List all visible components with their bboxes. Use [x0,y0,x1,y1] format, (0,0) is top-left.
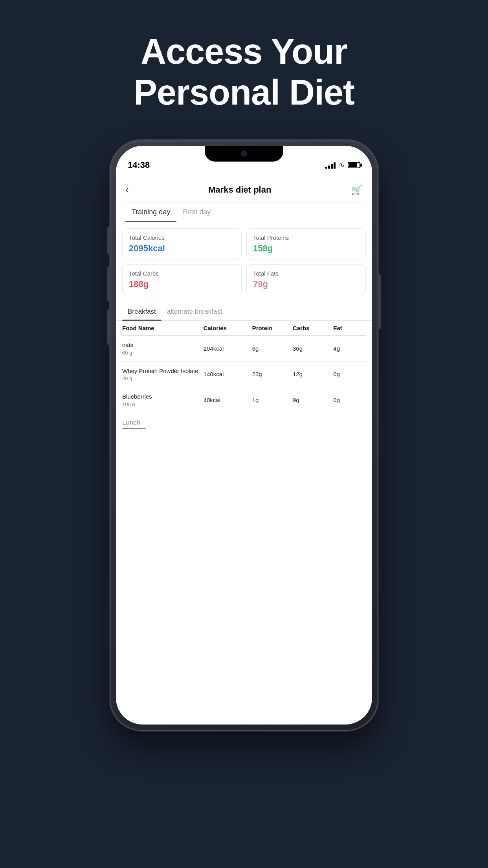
stat-carbs: Total Carbs 188g [122,264,242,295]
table-header: Food Name Calories Protein Carbs Fat [122,321,366,336]
stat-fats-value: 79g [253,279,359,289]
camera-dot [241,151,247,156]
stat-carbs-label: Total Carbs [129,270,235,277]
meal-tabs: Breakfast alternate breakfast [116,303,372,321]
side-button-vol-up [107,266,110,302]
tab-alt-breakfast[interactable]: alternate breakfast [161,303,228,320]
whey-calories: 140kcal [204,371,252,377]
food-row-whey: Whey Protein Powder Isolate 40 g 140kcal… [122,362,366,388]
status-time: 14:38 [128,160,150,170]
side-button-power [378,274,381,329]
stat-carbs-value: 188g [129,279,235,289]
stat-calories-label: Total Calories [129,234,235,241]
tab-training-day[interactable]: Training day [125,202,176,222]
signal-bar-2 [328,166,330,169]
stats-grid: Total Calories 2095kcal Total Proteins 1… [116,222,372,302]
back-button[interactable]: ‹ [125,184,129,196]
signal-bar-3 [331,164,333,169]
stat-proteins-value: 158g [253,243,359,254]
col-carbs: Carbs [293,325,333,331]
stat-calories-value: 2095kcal [129,243,235,254]
headline-line2: Personal Diet [39,72,449,113]
food-name-whey: Whey Protein Powder Isolate 40 g [122,367,204,382]
whey-fat: 0g [333,371,366,377]
lunch-section-header: Lunch [116,413,372,430]
side-button-vol-down [107,309,110,345]
whey-protein: 23g [252,371,293,377]
signal-bar-1 [325,167,327,169]
stat-proteins-label: Total Proteins [253,234,359,241]
col-fat: Fat [333,325,366,331]
phone-screen: 14:38 ∿ [116,146,372,725]
battery-icon [348,162,360,168]
blueberries-calories: 40kcal [204,397,252,403]
food-name-oats: oats 60 g [122,341,204,356]
headline-line1: Access Your [39,31,449,72]
app-header: ‹ Marks diet plan 🛒 [116,177,372,202]
header-title: Marks diet plan [208,185,271,195]
tab-rest-day[interactable]: Rest day [176,202,217,222]
blueberries-fat: 0g [333,397,366,403]
food-table: Food Name Calories Protein Carbs Fat oat… [116,321,372,413]
col-calories: Calories [204,325,252,331]
oats-protein: 6g [252,345,293,352]
lunch-section-underline [122,428,146,429]
stat-fats: Total Fats 79g [246,264,366,295]
stat-proteins: Total Proteins 158g [246,228,366,259]
col-protein: Protein [252,325,293,331]
main-tabs: Training day Rest day [116,202,372,222]
side-button-mute [107,227,110,254]
blueberries-protein: 1g [252,397,293,403]
stat-calories: Total Calories 2095kcal [122,228,242,259]
signal-icon [325,162,336,169]
oats-fat: 4g [333,345,366,352]
food-row-oats: oats 60 g 204kcal 6g 36g 4g [122,336,366,362]
lunch-section-title: Lunch [122,419,366,427]
tab-breakfast[interactable]: Breakfast [122,303,161,320]
notch [205,146,283,162]
battery-fill [349,163,357,167]
app-content: ‹ Marks diet plan 🛒 Training day Rest da… [116,177,372,438]
stat-fats-label: Total Fats [253,270,359,277]
wifi-icon: ∿ [339,161,345,169]
food-name-blueberries: Blueberries 100 g [122,393,204,407]
phone-mockup: 14:38 ∿ [110,140,378,730]
page-headline: Access Your Personal Diet [0,0,488,136]
status-bar: 14:38 ∿ [116,146,372,177]
blueberries-carbs: 9g [293,397,333,403]
oats-calories: 204kcal [204,345,252,352]
signal-bar-4 [334,162,336,169]
col-food-name: Food Name [122,325,204,331]
whey-carbs: 12g [293,371,333,377]
cart-icon[interactable]: 🛒 [351,184,363,195]
oats-carbs: 36g [293,345,333,352]
status-icons: ∿ [325,161,360,169]
food-row-blueberries: Blueberries 100 g 40kcal 1g 9g 0g [122,387,366,413]
